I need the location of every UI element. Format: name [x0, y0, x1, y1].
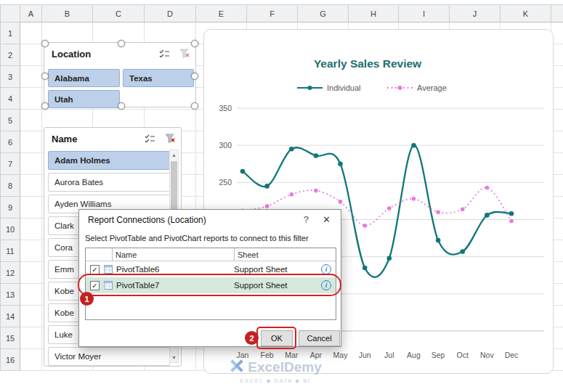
svg-text:Jan: Jan: [237, 351, 249, 359]
clear-filter-icon[interactable]: [165, 133, 175, 146]
scroll-up-icon[interactable]: ▲: [170, 150, 178, 160]
dialog-description: Select PivotTable and PivotChart reports…: [85, 234, 309, 242]
svg-text:Dec: Dec: [505, 351, 519, 359]
row-header-14[interactable]: 14: [0, 306, 20, 327]
report-row-pivottable6[interactable]: ✓PivotTable6Support Sheeti: [86, 261, 336, 277]
sheet-cell[interactable]: [20, 153, 42, 175]
row-header-5[interactable]: 5: [0, 110, 20, 131]
watermark-tagline: EXCEL ◆ DATA ◆ BI: [217, 377, 333, 384]
info-icon[interactable]: i: [321, 264, 331, 274]
slicer-item-alabama[interactable]: Alabama: [48, 69, 120, 87]
row-header-8[interactable]: 8: [0, 175, 20, 197]
row-header-9[interactable]: 9: [0, 197, 20, 219]
report-list: Name Sheet ✓PivotTable6Support Sheeti✓Pi…: [85, 248, 336, 320]
multi-select-icon[interactable]: [145, 133, 155, 146]
column-header-K[interactable]: K: [501, 4, 551, 23]
column-header-G[interactable]: G: [298, 4, 349, 23]
svg-text:Feb: Feb: [261, 351, 274, 359]
row-header-3[interactable]: 3: [0, 66, 20, 88]
pivot-table-icon: [104, 265, 113, 274]
pivot-table-icon: [104, 265, 113, 274]
column-header-H[interactable]: H: [349, 4, 399, 23]
slicer-title: Name: [52, 134, 77, 144]
help-icon[interactable]: ?: [304, 214, 309, 225]
slicer-item-adam-holmes[interactable]: Adam Holmes: [48, 151, 170, 170]
dialog-title: Report Connections (Location): [88, 215, 206, 225]
svg-text:Apr: Apr: [310, 351, 323, 359]
pivot-table-icon: [104, 281, 113, 290]
sheet-cell[interactable]: [20, 175, 42, 197]
svg-text:Individual: Individual: [327, 83, 360, 92]
row-header-6[interactable]: 6: [0, 131, 20, 153]
checkbox-checked-icon[interactable]: ✓: [90, 265, 100, 274]
column-header-sheet: Sheet: [234, 248, 336, 261]
column-header-B[interactable]: B: [42, 4, 93, 23]
info-icon[interactable]: i: [321, 280, 331, 290]
column-header-F[interactable]: F: [247, 4, 298, 23]
scroll-down-icon[interactable]: ▼: [170, 353, 178, 362]
row-header-12[interactable]: 12: [0, 262, 20, 284]
report-list-header: Name Sheet: [86, 248, 336, 261]
svg-text:350: 350: [219, 104, 232, 113]
report-sheet: Support Sheet: [231, 281, 321, 290]
clear-filter-icon[interactable]: [179, 48, 190, 61]
report-row-pivottable7[interactable]: ✓PivotTable7Support Sheeti: [86, 277, 336, 293]
sheet-cell[interactable]: [20, 66, 42, 88]
sheet-cell[interactable]: [42, 23, 93, 44]
sheet-cell[interactable]: [20, 219, 42, 240]
slicer-title: Location: [52, 49, 91, 60]
report-name: PivotTable6: [116, 265, 231, 274]
sheet-cell[interactable]: [20, 349, 42, 371]
column-header-D[interactable]: D: [145, 4, 196, 23]
column-header-A[interactable]: A: [20, 4, 42, 23]
row-header-11[interactable]: 11: [0, 240, 20, 262]
sheet-cell[interactable]: [20, 197, 42, 219]
cancel-button[interactable]: Cancel: [299, 330, 340, 346]
column-header-E[interactable]: E: [196, 4, 247, 23]
sheet-cell[interactable]: [20, 110, 42, 131]
annotation-step-2: 2: [245, 331, 259, 345]
row-header-16[interactable]: 16: [0, 349, 20, 371]
row-header-13[interactable]: 13: [0, 284, 20, 306]
sheet-cell[interactable]: [20, 262, 42, 284]
row-header-10[interactable]: 10: [0, 219, 20, 240]
close-icon[interactable]: ✕: [323, 214, 331, 225]
svg-text:Jun: Jun: [359, 351, 371, 359]
select-all-corner[interactable]: [0, 4, 20, 23]
column-header-J[interactable]: J: [450, 4, 501, 23]
row-header-7[interactable]: 7: [0, 153, 20, 175]
sheet-cell[interactable]: [145, 23, 196, 44]
row-header-15[interactable]: 15: [0, 327, 20, 349]
column-header-C[interactable]: C: [93, 4, 145, 23]
sheet-cell[interactable]: [20, 240, 42, 262]
report-connections-dialog[interactable]: Report Connections (Location) ? ✕ Select…: [78, 209, 341, 347]
sheet-cell[interactable]: [20, 131, 42, 153]
slicer-item-victor-moyer[interactable]: Victor Moyer: [48, 347, 170, 366]
sheet-cell[interactable]: [20, 306, 42, 327]
sheet-cell[interactable]: [20, 88, 42, 110]
sheet-cell[interactable]: [20, 23, 42, 44]
annotation-step-1: 1: [80, 292, 94, 306]
svg-text:Yearly Sales Review: Yearly Sales Review: [314, 57, 422, 70]
row-header-2[interactable]: 2: [0, 44, 20, 66]
svg-text:250: 250: [219, 178, 232, 187]
column-header-extra[interactable]: [551, 4, 563, 23]
sheet-cell[interactable]: [20, 44, 42, 66]
ok-button[interactable]: OK: [261, 330, 293, 346]
svg-text:Aug: Aug: [407, 351, 421, 359]
slicer-item-texas[interactable]: Texas: [123, 69, 194, 87]
svg-text:Mar: Mar: [285, 351, 299, 359]
row-header-4[interactable]: 4: [0, 88, 20, 110]
checkbox-checked-icon[interactable]: ✓: [90, 281, 100, 290]
column-headers: ABCDEFGHIJK: [20, 4, 563, 23]
row-header-1[interactable]: 1: [0, 23, 20, 44]
location-slicer[interactable]: Location AlabamaTexasUtah: [44, 42, 196, 107]
slicer-item-aurora-bates[interactable]: Aurora Bates: [48, 173, 170, 192]
svg-text:Oct: Oct: [457, 351, 469, 359]
svg-text:May: May: [333, 351, 349, 359]
sheet-cell[interactable]: [20, 327, 42, 349]
slicer-item-utah[interactable]: Utah: [48, 90, 120, 108]
multi-select-icon[interactable]: [159, 48, 170, 61]
sheet-cell[interactable]: [20, 284, 42, 306]
column-header-I[interactable]: I: [399, 4, 450, 23]
